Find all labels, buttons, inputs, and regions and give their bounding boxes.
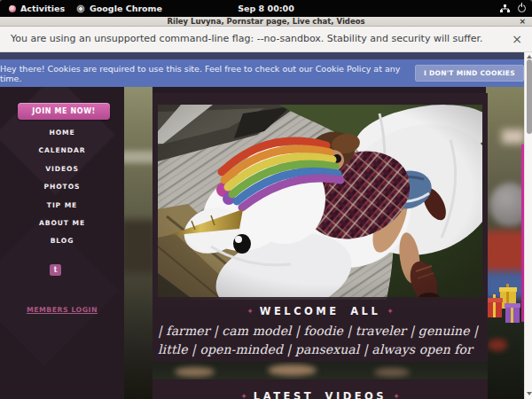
diamond-decor-icon: ✦ xyxy=(387,392,406,399)
infobar-message: You are using an unsupported command-lin… xyxy=(11,27,483,51)
sidebar-menu: HOME CALENDAR VIDEOS PHOTOS TIP ME ABOUT… xyxy=(0,124,124,251)
background-couch xyxy=(486,231,524,277)
latest-videos-title: LATEST VIDEOS xyxy=(254,390,387,399)
scrollbar-up-arrow-icon[interactable] xyxy=(527,55,532,59)
screen: Activities Google Chrome Sep 8 00:00 Ril… xyxy=(0,0,532,399)
main-content: ✦WELCOME ALL✦ | farmer | cam model | foo… xyxy=(153,93,488,399)
welcome-panel: ✦WELCOME ALL✦ | farmer | cam model | foo… xyxy=(153,297,488,362)
page-top-strip xyxy=(0,52,524,59)
sidebar-item-photos[interactable]: PHOTOS xyxy=(0,178,124,196)
diamond-decor-icon: ✦ xyxy=(380,307,400,316)
window-close-icon[interactable]: × xyxy=(519,17,526,27)
welcome-title: WELCOME ALL xyxy=(260,305,380,317)
sidebar-item-tip-me[interactable]: TIP ME xyxy=(0,197,124,215)
page-viewport: Hey there! Cookies are required to use t… xyxy=(0,52,532,399)
scrollbar-down-arrow-icon[interactable] xyxy=(527,392,532,395)
sidebar-item-videos[interactable]: VIDEOS xyxy=(0,160,124,178)
diamond-decor-icon: ✦ xyxy=(240,307,260,316)
gift-icon xyxy=(488,294,502,317)
window-title: Riley Luvyna, Pornstar page, Live chat, … xyxy=(167,17,364,26)
window-title-bar: Riley Luvyna, Pornstar page, Live chat, … xyxy=(0,17,532,27)
background-photo-left xyxy=(124,87,153,399)
hero-frame xyxy=(153,93,488,306)
join-me-now-button[interactable]: JOIN ME NOW! xyxy=(18,103,110,120)
cookie-accept-button[interactable]: I DON'T MIND COOKIES xyxy=(415,65,524,82)
desktop-top-bar: Activities Google Chrome Sep 8 00:00 xyxy=(0,0,532,17)
sidebar-item-blog[interactable]: BLOG xyxy=(0,232,124,250)
diamond-decor-icon: ✦ xyxy=(234,392,254,399)
welcome-heading: ✦WELCOME ALL✦ xyxy=(153,305,488,317)
chrome-infobar: You are using an unsupported command-lin… xyxy=(0,27,532,52)
tumblr-icon[interactable]: t xyxy=(50,264,61,276)
sidebar-item-about-me[interactable]: ABOUT ME xyxy=(0,215,124,232)
network-indicator[interactable] xyxy=(500,0,510,17)
sidebar-item-home[interactable]: HOME xyxy=(0,124,124,142)
members-login-link[interactable]: MEMBERS LOGIN xyxy=(0,306,124,314)
infobar-close-icon[interactable]: × xyxy=(512,27,522,51)
hero-image xyxy=(158,105,482,300)
background-photo-right xyxy=(486,87,524,399)
unicorn-photo-illustration xyxy=(158,105,482,300)
background-sphere xyxy=(489,183,524,227)
cookie-message: Hey there! Cookies are required to use t… xyxy=(0,64,404,83)
clock[interactable]: Sep 8 00:00 xyxy=(0,0,532,17)
power-icon xyxy=(518,4,526,12)
latest-videos-panel: ✦LATEST VIDEOS✦ xyxy=(153,379,488,399)
network-icon xyxy=(500,4,510,13)
page-scrollbar[interactable] xyxy=(524,52,532,399)
sidebar: JOIN ME NOW! HOME CALENDAR VIDEOS PHOTOS… xyxy=(0,87,124,399)
gift-icon xyxy=(505,300,520,323)
power-indicator[interactable] xyxy=(518,0,526,17)
sidebar-item-calendar[interactable]: CALENDAR xyxy=(0,142,124,160)
cookie-banner: Hey there! Cookies are required to use t… xyxy=(0,59,524,87)
scrollbar-thumb[interactable] xyxy=(527,59,532,134)
background-gap-strip xyxy=(153,362,488,379)
latest-videos-heading: ✦LATEST VIDEOS✦ xyxy=(153,390,488,399)
